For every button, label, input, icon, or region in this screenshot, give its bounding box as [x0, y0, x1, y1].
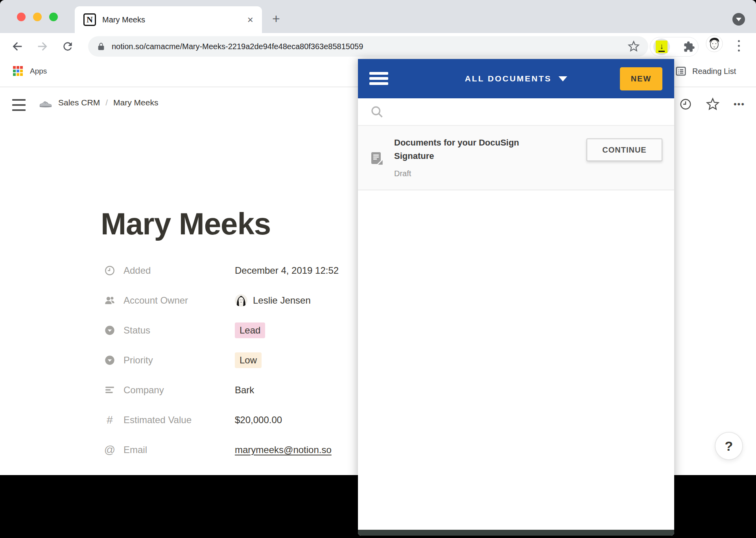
- priority-tag[interactable]: Low: [235, 352, 262, 368]
- reload-button[interactable]: [59, 38, 76, 55]
- continue-button[interactable]: CONTINUE: [586, 138, 662, 161]
- reading-list-icon: [675, 65, 687, 77]
- browser-tab[interactable]: N Mary Meeks ×: [75, 6, 262, 33]
- tab-close-icon[interactable]: ×: [247, 15, 253, 25]
- docusign-extension-icon[interactable]: ↓: [653, 39, 670, 55]
- docusign-menu-icon[interactable]: [369, 72, 388, 85]
- property-row-account-owner[interactable]: Account Owner Leslie Jensen: [101, 292, 311, 309]
- property-label: Account Owner: [124, 295, 224, 306]
- apps-shortcut[interactable]: Apps: [13, 66, 47, 76]
- docusign-panel-footer: [358, 530, 674, 536]
- docusign-search-row[interactable]: [358, 98, 674, 126]
- draft-document-icon: [370, 152, 385, 166]
- property-value[interactable]: December 4, 2019 12:52: [235, 265, 339, 276]
- property-row-estimated-value[interactable]: # Estimated Value $20,000.00: [101, 411, 282, 429]
- property-value[interactable]: $20,000.00: [235, 415, 282, 426]
- extensions-pill: ↓: [650, 37, 699, 57]
- sidebar-menu-icon[interactable]: [12, 99, 26, 111]
- lock-icon: [97, 41, 105, 52]
- document-status: Draft: [394, 169, 411, 178]
- window-chevron-icon[interactable]: [732, 13, 745, 26]
- document-list-item[interactable]: Documents for your DocuSign Signature Dr…: [358, 126, 674, 190]
- browser-window: N Mary Meeks × + notion.so/camacme/Mary-…: [0, 0, 756, 538]
- apps-label: Apps: [30, 67, 47, 76]
- breadcrumb: Sales CRM / Mary Meeks: [39, 97, 158, 109]
- extensions-puzzle-icon[interactable]: [683, 41, 695, 53]
- property-value-person[interactable]: Leslie Jensen: [235, 294, 311, 307]
- minimize-window-button[interactable]: [33, 13, 42, 21]
- property-value[interactable]: Bark: [235, 385, 254, 396]
- breadcrumb-workspace[interactable]: Sales CRM: [58, 98, 100, 107]
- email-link[interactable]: marymeeks@notion.so: [235, 444, 332, 455]
- text-lines-icon: [104, 384, 116, 396]
- property-label: Priority: [124, 355, 224, 366]
- at-sign-icon: @: [104, 444, 116, 456]
- help-button[interactable]: ?: [715, 432, 743, 460]
- property-row-email[interactable]: @ Email marymeeks@notion.so: [101, 441, 332, 459]
- breadcrumb-page[interactable]: Mary Meeks: [113, 98, 158, 107]
- updates-clock-icon[interactable]: [679, 98, 692, 111]
- property-label: Added: [124, 265, 224, 276]
- person-icon: [104, 295, 116, 306]
- docusign-panel: ALL DOCUMENTS NEW Documents for your Doc…: [358, 59, 674, 536]
- page-more-icon[interactable]: •••: [734, 99, 745, 109]
- close-window-button[interactable]: [17, 13, 26, 21]
- documents-filter-dropdown[interactable]: ALL DOCUMENTS: [465, 74, 568, 83]
- profile-avatar[interactable]: [706, 35, 723, 52]
- notion-favicon: N: [83, 13, 96, 26]
- property-row-added[interactable]: Added December 4, 2019 12:52: [101, 262, 339, 279]
- reading-list-shortcut[interactable]: Reading List: [675, 65, 736, 77]
- property-row-priority[interactable]: Priority Low: [101, 352, 262, 369]
- page-title[interactable]: Mary Meeks: [101, 206, 271, 242]
- maximize-window-button[interactable]: [49, 13, 58, 21]
- docusign-panel-body: [358, 190, 674, 530]
- favorite-star-icon[interactable]: [706, 98, 719, 111]
- document-title[interactable]: Documents for your DocuSign Signature: [394, 136, 559, 163]
- apps-grid-icon: [13, 66, 23, 76]
- breadcrumb-separator: /: [105, 98, 108, 107]
- forward-button[interactable]: [34, 38, 51, 55]
- clock-icon: [104, 265, 116, 276]
- address-bar[interactable]: notion.so/camacme/Mary-Meeks-2219a2de94f…: [88, 36, 648, 57]
- bookmark-star-icon[interactable]: [628, 41, 640, 52]
- status-tag[interactable]: Lead: [235, 322, 265, 338]
- reading-list-label: Reading List: [692, 67, 736, 76]
- select-chevron-icon: [104, 354, 116, 366]
- property-label: Company: [124, 385, 224, 396]
- property-row-status[interactable]: Status Lead: [101, 322, 265, 339]
- property-row-company[interactable]: Company Bark: [101, 381, 254, 399]
- tab-strip: N Mary Meeks × +: [0, 0, 756, 33]
- url-text[interactable]: notion.so/camacme/Mary-Meeks-2219a2de94f…: [112, 42, 628, 51]
- new-tab-button[interactable]: +: [272, 11, 280, 26]
- browser-toolbar: notion.so/camacme/Mary-Meeks-2219a2de94f…: [0, 33, 756, 60]
- tab-title: Mary Meeks: [102, 15, 247, 24]
- new-document-button[interactable]: NEW: [620, 67, 662, 90]
- property-label: Estimated Value: [124, 415, 224, 426]
- sneaker-emoji-icon: [39, 97, 53, 109]
- back-button[interactable]: [9, 38, 26, 55]
- documents-filter-label: ALL DOCUMENTS: [465, 74, 552, 83]
- chevron-down-icon: [559, 76, 567, 81]
- search-input[interactable]: [391, 107, 662, 117]
- property-label: Email: [124, 444, 224, 455]
- number-hash-icon: #: [104, 414, 116, 426]
- search-icon: [370, 105, 384, 119]
- property-label: Status: [124, 325, 224, 336]
- browser-menu-icon[interactable]: [735, 37, 743, 54]
- account-owner-avatar: [235, 294, 247, 307]
- select-chevron-icon: [104, 324, 116, 336]
- docusign-header: ALL DOCUMENTS NEW: [358, 59, 674, 98]
- account-owner-name: Leslie Jensen: [253, 295, 311, 306]
